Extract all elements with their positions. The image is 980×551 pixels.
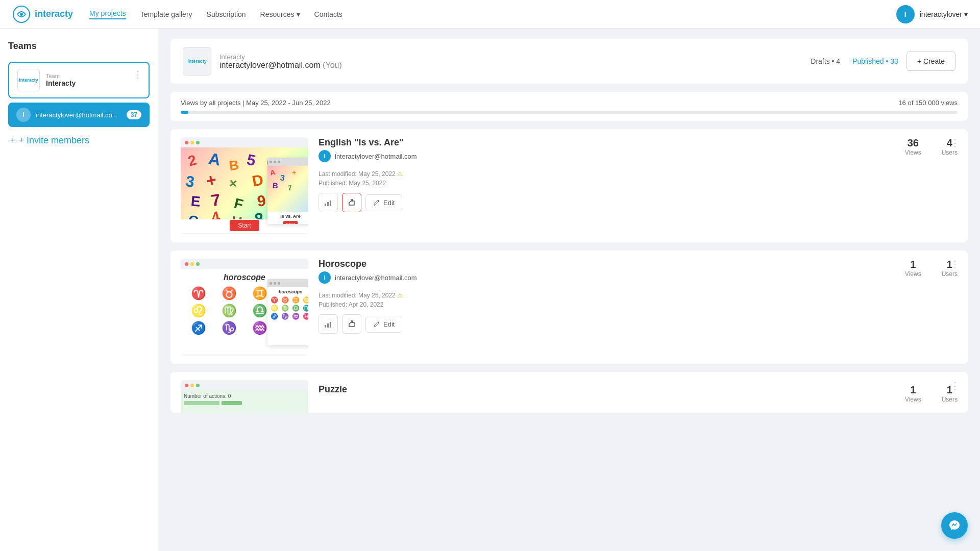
account-name: Interacty: [219, 53, 802, 61]
share-button[interactable]: [342, 314, 361, 334]
project-card-horoscope: ⋮ horoscope ♈ ♉ ♊ ♋ ♌ ♍: [170, 251, 968, 364]
edit-button[interactable]: Edit: [365, 316, 402, 333]
nav-template-gallery[interactable]: Template gallery: [140, 10, 192, 18]
share-icon: [348, 320, 356, 328]
svg-rect-3: [327, 202, 329, 206]
views-progress-fill: [181, 111, 188, 114]
browser-chrome: [181, 137, 308, 147]
project-card-english: ⋮ 2 A B 5 C 3 + ×: [170, 129, 968, 242]
browser-chrome: [181, 380, 308, 390]
browser-dot-yellow: [190, 384, 194, 387]
svg-point-1: [20, 13, 23, 16]
nav-contacts[interactable]: Contacts: [314, 10, 342, 18]
card-dots-icon[interactable]: ⋮: [950, 380, 960, 391]
main-content: interacty Interacty interactylover@hotma…: [158, 29, 980, 551]
chart-icon: [324, 320, 332, 328]
browser-dot-yellow: [190, 141, 194, 144]
share-button[interactable]: [342, 193, 361, 212]
messenger-icon: [948, 519, 961, 532]
author-avatar: I: [318, 271, 331, 284]
project-stats-puzzle: 1 Views 1 Users: [905, 384, 958, 403]
drafts-stat: Drafts • 4: [811, 57, 840, 65]
member-avatar: I: [16, 108, 31, 122]
views-label: Views by all projects | May 25, 2022 - J…: [181, 99, 331, 107]
account-email: interactylover@hotmail.com (You): [219, 61, 802, 70]
share-icon: [348, 198, 356, 207]
team-dots-icon[interactable]: ⋮: [133, 69, 142, 80]
project-title-horoscope: Horoscope: [318, 259, 417, 269]
views-stat: 1 Views: [905, 384, 921, 403]
browser-dot-red: [185, 262, 188, 266]
svg-rect-7: [330, 322, 331, 328]
published-link[interactable]: Published • 33: [852, 57, 898, 65]
warning-icon: ⚠: [397, 170, 403, 178]
svg-rect-4: [330, 201, 331, 206]
chevron-down-icon: ▾: [297, 10, 300, 18]
mini-preview-horoscope: horoscope ♈ ♉ ♊ ♋ ♌ ♍ ♎ ♏ ♐ ♑ ♒: [267, 279, 308, 345]
views-progress-bar: [181, 111, 958, 114]
published-stat[interactable]: Published • 33: [852, 57, 898, 65]
teams-heading: Teams: [8, 41, 150, 52]
browser-chrome: [181, 259, 308, 269]
views-stat: 36 Views: [905, 137, 921, 156]
project-author-horoscope: I interactylover@hotmail.com: [318, 271, 417, 284]
analytics-button[interactable]: [318, 193, 338, 212]
account-stats: Drafts • 4 Published • 33: [811, 57, 898, 65]
views-count: 16 of 150 000 views: [898, 99, 958, 107]
project-title-puzzle: Puzzle: [318, 384, 347, 401]
browser-dot-red: [185, 384, 188, 387]
published-horoscope: Published: Apr 20, 2022: [318, 301, 958, 308]
user-chevron-icon: ▾: [964, 10, 968, 18]
username[interactable]: interactylover ▾: [920, 10, 968, 18]
browser-dot-green: [196, 384, 200, 387]
nav-my-projects[interactable]: My projects: [89, 9, 126, 19]
team-card: interacty Team Interacty ⋮: [8, 62, 150, 98]
preview-start-btn: Start: [230, 220, 259, 231]
invite-members-button[interactable]: + + Invite members: [8, 131, 150, 150]
views-bar: Views by all projects | May 25, 2022 - J…: [170, 92, 968, 121]
svg-rect-5: [325, 325, 326, 328]
card-dots-icon[interactable]: ⋮: [950, 259, 960, 270]
warning-icon: ⚠: [397, 292, 403, 299]
nav-subscription[interactable]: Subscription: [207, 10, 246, 18]
chart-icon: [324, 198, 332, 207]
chat-button[interactable]: [941, 512, 968, 539]
account-logo: interacty: [183, 47, 211, 76]
project-actions-horoscope: Edit: [318, 314, 958, 334]
project-preview-horoscope: horoscope ♈ ♉ ♊ ♋ ♌ ♍ ♎ ♏ ♐ ♑ ♒ ♓: [181, 259, 308, 356]
views-stat: 1 Views: [905, 259, 921, 278]
plus-icon: +: [10, 135, 16, 146]
logo-text: interacty: [35, 9, 73, 19]
browser-dot-green: [196, 141, 200, 144]
create-button[interactable]: + Create: [906, 52, 955, 71]
navbar: interacty My projects Template gallery S…: [0, 0, 980, 29]
last-modified-english: Last modified: May 25, 2022 ⚠: [318, 170, 958, 178]
browser-dot-yellow: [190, 262, 194, 266]
team-member[interactable]: I interactylover@hotmail.co... 37: [8, 103, 150, 127]
team-name: Interacty: [46, 79, 140, 87]
project-title-english: English "Is vs. Are": [318, 137, 417, 148]
nav-resources[interactable]: Resources ▾: [260, 10, 300, 18]
svg-rect-6: [327, 323, 329, 328]
project-author-english: I interactylover@hotmail.com: [318, 150, 417, 162]
project-actions-english: Edit: [318, 193, 958, 212]
svg-rect-2: [325, 204, 326, 206]
analytics-button[interactable]: [318, 314, 338, 334]
user-menu: I interactylover ▾: [896, 5, 968, 23]
member-name: interactylover@hotmail.co...: [36, 111, 121, 119]
card-dots-icon[interactable]: ⋮: [950, 137, 960, 148]
account-header: interacty Interacty interactylover@hotma…: [170, 39, 968, 84]
last-modified-horoscope: Last modified: May 25, 2022 ⚠: [318, 292, 958, 299]
edit-button[interactable]: Edit: [365, 194, 402, 211]
published-english: Published: May 25, 2022: [318, 180, 958, 187]
project-card-puzzle: ⋮ Number of actions: 0 Puzzle: [170, 372, 968, 413]
project-preview-puzzle: Number of actions: 0: [181, 380, 308, 413]
browser-dot-green: [196, 262, 200, 266]
mini-preview-english: A 3 + B 7 Is vs. Are Start: [267, 158, 308, 224]
author-avatar: I: [318, 150, 331, 162]
logo[interactable]: interacty: [12, 5, 73, 23]
project-stats-english: 36 Views 4 Users: [905, 137, 958, 156]
project-stats-horoscope: 1 Views 1 Users: [905, 259, 958, 278]
pencil-icon: [373, 199, 380, 206]
avatar: I: [896, 5, 915, 23]
